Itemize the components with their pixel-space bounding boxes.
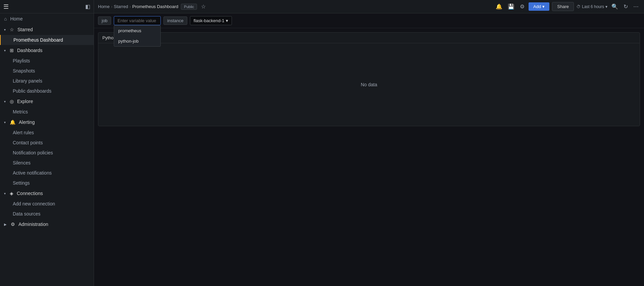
connections-icon: ◈ <box>10 191 13 196</box>
instance-var-label: instance <box>163 16 187 25</box>
prometheus-dashboard-label: Prometheus Dashboard <box>13 37 63 43</box>
nav-section-chevron: ▾ <box>4 28 6 32</box>
sidebar-item-silences[interactable]: Silences <box>0 158 94 168</box>
sidebar-item-public-dashboards[interactable]: Public dashboards <box>0 86 94 96</box>
sidebar-item-notification-policies[interactable]: Notification policies <box>0 148 94 158</box>
menu-icon[interactable]: ☰ <box>3 3 9 10</box>
nav-section-chevron-connections: ▾ <box>4 192 6 195</box>
sidebar-home-label: Home <box>10 16 22 21</box>
breadcrumb-dashboard: Prometheus Dashboard <box>132 4 178 9</box>
zoom-out-button[interactable]: 🔍 <box>610 2 620 11</box>
sidebar-item-home[interactable]: ⌂ Home <box>0 13 94 24</box>
panel-title: Python <box>98 33 640 43</box>
sidebar-item-prometheus-dashboard[interactable]: Prometheus Dashboard <box>0 35 94 45</box>
nav-section-chevron-alerting: ▾ <box>4 121 6 124</box>
sidebar-section-connections[interactable]: ▾ ◈ Connections <box>0 188 94 199</box>
home-icon: ⌂ <box>4 16 7 21</box>
instance-value: flask-backend-1 <box>194 18 225 23</box>
star-button[interactable]: ☆ <box>200 2 207 11</box>
alerting-icon: 🔔 <box>10 120 15 125</box>
sidebar-starred-label: Starred <box>17 27 33 32</box>
settings-button[interactable]: ⚙ <box>518 2 526 11</box>
sidebar-item-contact-points[interactable]: Contact points <box>0 138 94 148</box>
panel-area: Python No data <box>94 28 644 286</box>
time-range-label: Last 6 hours <box>582 4 604 9</box>
sidebar-top-bar: ☰ ◧ <box>0 0 94 13</box>
save-button[interactable]: 💾 <box>506 2 516 11</box>
sidebar-item-library-panels[interactable]: Library panels <box>0 76 94 86</box>
sidebar: ☰ ◧ ⌂ Home ▾ ☆ Starred Prometheus Dashbo… <box>0 0 94 286</box>
more-button[interactable]: ⋯ <box>632 2 640 11</box>
time-range-picker[interactable]: ⏱ Last 6 hours ▾ <box>577 4 607 9</box>
sidebar-item-playlists[interactable]: Playlists <box>0 56 94 66</box>
job-var-label: job <box>98 16 111 25</box>
instance-chevron: ▾ <box>226 18 228 23</box>
sidebar-connections-label: Connections <box>17 191 43 196</box>
job-input[interactable] <box>114 16 161 25</box>
job-dropdown: prometheus python-job <box>114 25 161 47</box>
breadcrumb-sep-2: › <box>130 4 131 9</box>
sidebar-item-metrics[interactable]: Metrics <box>0 107 94 117</box>
sidebar-section-alerting[interactable]: ▾ 🔔 Alerting <box>0 117 94 128</box>
public-tag: Public <box>181 4 197 10</box>
sidebar-alerting-label: Alerting <box>19 120 35 125</box>
no-data-label: No data <box>361 82 377 87</box>
breadcrumb-sep-1: › <box>111 4 112 9</box>
nav-section-chevron-admin: ▶ <box>4 223 7 226</box>
star-icon: ☆ <box>10 27 14 32</box>
sidebar-explore-label: Explore <box>17 99 33 104</box>
topbar-right: 🔔 💾 ⚙ Add ▾ Share ⏱ Last 6 hours ▾ 🔍 ↻ ⋯ <box>494 2 640 11</box>
panel-python: Python No data <box>98 32 640 126</box>
sidebar-item-alert-rules[interactable]: Alert rules <box>0 128 94 138</box>
sidebar-section-dashboards[interactable]: ▾ ⊞ Dashboards <box>0 45 94 56</box>
breadcrumb: Home › Starred › Prometheus Dashboard <box>98 4 178 9</box>
sidebar-item-snapshots[interactable]: Snapshots <box>0 66 94 76</box>
dashboards-icon: ⊞ <box>10 48 14 53</box>
sidebar-section-administration[interactable]: ▶ ⚙ Administration <box>0 219 94 230</box>
refresh-button[interactable]: ↻ <box>622 2 629 11</box>
job-input-wrapper: prometheus python-job <box>114 16 161 25</box>
panel-body: No data <box>98 43 640 126</box>
job-option-python-job[interactable]: python-job <box>114 36 160 46</box>
nav-section-chevron-explore: ▾ <box>4 100 6 103</box>
sidebar-item-add-new-connection[interactable]: Add new connection <box>0 199 94 209</box>
administration-icon: ⚙ <box>11 222 15 227</box>
breadcrumb-starred[interactable]: Starred <box>114 4 128 9</box>
sidebar-dashboards-label: Dashboards <box>17 48 43 53</box>
sidebar-item-data-sources[interactable]: Data sources <box>0 209 94 219</box>
sidebar-section-starred[interactable]: ▾ ☆ Starred <box>0 24 94 35</box>
instance-dropdown[interactable]: flask-backend-1 ▾ <box>190 16 232 25</box>
clock-icon: ⏱ <box>577 4 581 9</box>
sidebar-section-explore[interactable]: ▾ ◎ Explore <box>0 96 94 107</box>
sidebar-item-active-notifications[interactable]: Active notifications <box>0 168 94 178</box>
topbar: Home › Starred › Prometheus Dashboard Pu… <box>94 0 644 13</box>
main-content: Home › Starred › Prometheus Dashboard Pu… <box>94 0 644 286</box>
dashboard-toolbar: job prometheus python-job instance flask… <box>94 13 644 28</box>
add-button[interactable]: Add ▾ <box>529 2 549 11</box>
time-range-chevron: ▾ <box>605 4 607 9</box>
explore-icon: ◎ <box>10 99 14 104</box>
sidebar-item-alerting-settings[interactable]: Settings <box>0 178 94 188</box>
notifications-button[interactable]: 🔔 <box>494 2 504 11</box>
share-button[interactable]: Share <box>552 2 574 11</box>
sidebar-administration-label: Administration <box>18 222 48 227</box>
job-option-prometheus[interactable]: prometheus <box>114 26 160 36</box>
sidebar-toggle-icon[interactable]: ◧ <box>85 3 90 10</box>
breadcrumb-home[interactable]: Home <box>98 4 110 9</box>
nav-section-chevron-dashboards: ▾ <box>4 49 6 52</box>
